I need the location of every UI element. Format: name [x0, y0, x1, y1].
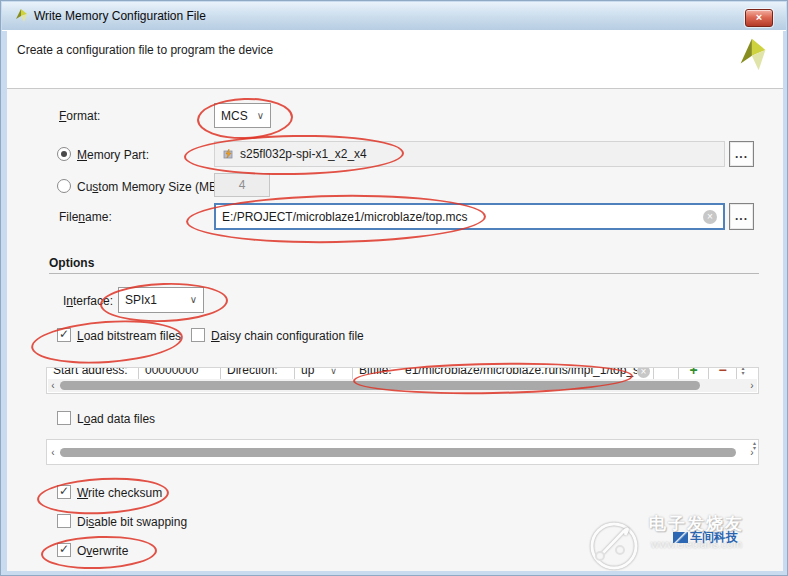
- format-select[interactable]: MCS ∨: [214, 103, 271, 128]
- chevron-down-icon: ∨: [330, 367, 337, 376]
- disable-bit-swapping-checkbox[interactable]: [57, 514, 71, 528]
- write-checksum-label[interactable]: Write checksum: [77, 486, 162, 500]
- load-bitstream-checkbox[interactable]: [57, 328, 71, 342]
- data-file-list: ▴▾ ‹ ›: [46, 439, 759, 465]
- interface-select[interactable]: SPIx1 ∨: [118, 287, 204, 313]
- load-bitstream-label[interactable]: Load bitstream files: [77, 329, 181, 343]
- memory-part-value: s25fl032p-spi-x1_x2_x4: [240, 147, 367, 161]
- close-icon: ×: [756, 11, 762, 23]
- interface-value: SPIx1: [125, 293, 157, 307]
- filename-value: E:/PROJECT/microblaze1/microblaze/top.mc…: [222, 210, 703, 224]
- window-title: Write Memory Configuration File: [34, 2, 206, 30]
- load-data-label[interactable]: Load data files: [77, 412, 155, 426]
- vivado-logo: [735, 37, 771, 81]
- scroll-left-icon[interactable]: ‹: [48, 446, 58, 459]
- load-data-checkbox[interactable]: [57, 411, 71, 425]
- overwrite-label[interactable]: Overwrite: [77, 544, 128, 558]
- bitstream-scrollbar[interactable]: ‹ ›: [48, 379, 757, 392]
- scroll-right-icon[interactable]: ›: [747, 446, 757, 459]
- format-label: Format:: [59, 109, 100, 123]
- spinner-down-icon: ▾: [741, 371, 744, 376]
- close-button[interactable]: ×: [745, 9, 773, 27]
- custom-size-label: Custom Memory Size (MB):: [77, 180, 224, 194]
- custom-size-field: 4: [214, 173, 270, 197]
- bitstream-file-list: Start address: 00000000 Direction: up∨ B…: [46, 367, 759, 394]
- memory-part-label: Memory Part:: [77, 148, 149, 162]
- clear-icon[interactable]: ×: [703, 210, 717, 224]
- format-value: MCS: [221, 109, 248, 123]
- memory-part-radio[interactable]: [57, 147, 71, 161]
- vivado-icon: [13, 8, 29, 24]
- memory-chip-icon: [222, 148, 234, 160]
- scroll-thumb[interactable]: [60, 448, 736, 457]
- options-section-title: Options: [49, 256, 94, 270]
- filename-label: Filename:: [59, 210, 112, 224]
- window-frame-bottom: [1, 571, 787, 575]
- write-checksum-checkbox[interactable]: [57, 485, 71, 499]
- scroll-left-icon[interactable]: ‹: [48, 379, 58, 392]
- title-bar[interactable]: Write Memory Configuration File ×: [2, 2, 786, 31]
- scroll-thumb[interactable]: [60, 381, 700, 390]
- filename-input[interactable]: E:/PROJECT/microblaze1/microblaze/top.mc…: [214, 203, 725, 230]
- daisy-chain-checkbox[interactable]: [191, 328, 205, 342]
- bitfile-clear-icon[interactable]: ×: [637, 367, 653, 378]
- scroll-right-icon[interactable]: ›: [747, 379, 757, 392]
- dialog-header: Create a configuration file to program t…: [7, 31, 783, 89]
- memory-part-field[interactable]: s25fl032p-spi-x1_x2_x4: [214, 141, 725, 167]
- row-spinner[interactable]: ▴▾: [737, 367, 749, 376]
- custom-size-radio[interactable]: [57, 179, 71, 193]
- chevron-down-icon: ∨: [190, 295, 197, 305]
- memory-part-browse-button[interactable]: ...: [729, 141, 754, 167]
- chevron-down-icon: ∨: [257, 111, 264, 121]
- filename-browse-button[interactable]: ...: [729, 203, 754, 230]
- options-divider: [49, 273, 759, 274]
- disable-bit-swapping-label[interactable]: Disable bit swapping: [77, 515, 187, 529]
- dialog-subtitle: Create a configuration file to program t…: [17, 43, 273, 57]
- interface-label: Interface:: [63, 294, 113, 308]
- daisy-chain-label[interactable]: Daisy chain configuration file: [211, 329, 364, 343]
- write-memory-configuration-dialog: Write Memory Configuration File × Create…: [0, 0, 788, 576]
- overwrite-checkbox[interactable]: [57, 543, 71, 557]
- data-scrollbar[interactable]: ‹ ›: [48, 446, 757, 459]
